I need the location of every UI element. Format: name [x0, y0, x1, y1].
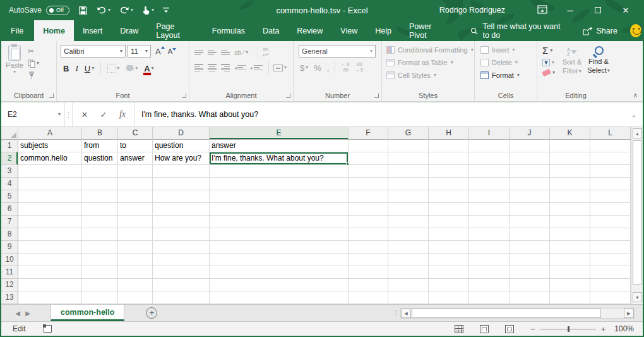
cell-I1[interactable] — [469, 140, 510, 152]
undo-dropdown-caret[interactable]: ▾ — [108, 8, 110, 13]
cell-K4[interactable] — [550, 178, 590, 190]
cell-D1[interactable]: question — [153, 140, 210, 152]
cell-L4[interactable] — [590, 178, 631, 190]
cell-I12[interactable] — [469, 279, 510, 291]
clipboard-dialog-launcher-icon[interactable] — [49, 94, 54, 98]
cell-C3[interactable] — [118, 165, 153, 178]
cell-A11[interactable] — [18, 266, 82, 279]
row-header-1[interactable]: 1 — [1, 140, 18, 152]
cell-H8[interactable] — [429, 228, 469, 241]
tab-draw[interactable]: Draw — [111, 20, 147, 41]
font-size-caret[interactable]: ▾ — [145, 49, 148, 54]
conditional-formatting-button[interactable]: Conditional Formatting ▾ — [382, 44, 474, 56]
delete-cells-caret[interactable]: ▾ — [515, 60, 518, 65]
cell-G10[interactable] — [388, 254, 429, 266]
cell-J13[interactable] — [510, 291, 550, 304]
decrease-decimal-button[interactable]: .00 →.0 — [355, 62, 363, 73]
cell-G4[interactable] — [388, 178, 429, 190]
number-format-caret[interactable]: ▾ — [370, 49, 373, 54]
touch-mouse-mode-button[interactable]: ▾ — [142, 6, 154, 15]
cell-E12[interactable] — [210, 279, 349, 291]
cell-B9[interactable] — [82, 241, 118, 254]
format-painter-button[interactable] — [28, 71, 39, 80]
zoom-level[interactable]: 100% — [614, 324, 634, 333]
underline-button[interactable]: U — [85, 64, 90, 73]
cell-J10[interactable] — [510, 254, 550, 266]
page-layout-view-button[interactable] — [480, 325, 489, 333]
borders-caret[interactable]: ▾ — [117, 66, 119, 71]
alignment-dialog-launcher-icon[interactable] — [286, 94, 290, 98]
orientation-caret[interactable]: ▾ — [246, 50, 248, 55]
cell-I5[interactable] — [469, 190, 510, 203]
fill-color-caret[interactable]: ▾ — [135, 66, 138, 71]
cell-B6[interactable] — [82, 203, 118, 216]
cancel-entry-button[interactable]: ✕ — [75, 110, 94, 119]
cell-L12[interactable] — [590, 279, 631, 291]
cell-C9[interactable] — [118, 241, 153, 254]
cell-D11[interactable] — [153, 266, 210, 279]
cell-J3[interactable] — [510, 165, 550, 178]
column-header-K[interactable]: K — [550, 127, 590, 140]
cell-H2[interactable] — [429, 152, 469, 165]
enter-entry-button[interactable]: ✓ — [94, 110, 113, 119]
cell-I7[interactable] — [469, 216, 510, 228]
cell-G6[interactable] — [388, 203, 429, 216]
align-left-button[interactable] — [194, 64, 203, 71]
cell-L7[interactable] — [590, 216, 631, 228]
cell-A9[interactable] — [18, 241, 82, 254]
cell-G3[interactable] — [388, 165, 429, 178]
percent-style-button[interactable]: % — [314, 63, 321, 73]
horizontal-scrollbar[interactable]: ◀ ▶ — [400, 308, 635, 319]
cell-B3[interactable] — [82, 165, 118, 178]
cell-K11[interactable] — [550, 266, 590, 279]
copy-dropdown-caret[interactable]: ▾ — [37, 61, 39, 66]
cell-G5[interactable] — [388, 190, 429, 203]
format-as-table-button[interactable]: Format as Table ▾ — [382, 56, 474, 69]
close-button[interactable]: ✕ — [616, 6, 635, 15]
zoom-out-button[interactable]: − — [530, 324, 535, 334]
cell-I9[interactable] — [469, 241, 510, 254]
cell-G7[interactable] — [388, 216, 429, 228]
tab-page-layout[interactable]: Page Layout — [147, 20, 203, 41]
cell-J6[interactable] — [510, 203, 550, 216]
increase-indent-button[interactable]: ▸ — [251, 65, 263, 71]
cell-J1[interactable] — [510, 140, 550, 152]
cell-G1[interactable] — [388, 140, 429, 152]
tab-review[interactable]: Review — [288, 20, 331, 41]
cell-B5[interactable] — [82, 190, 118, 203]
cell-L6[interactable] — [590, 203, 631, 216]
row-header-2[interactable]: 2 — [1, 152, 18, 165]
scroll-up-arrow[interactable]: ▲ — [633, 128, 642, 138]
cell-L3[interactable] — [590, 165, 631, 178]
cell-E10[interactable] — [210, 254, 349, 266]
tab-help[interactable]: Help — [366, 20, 400, 41]
italic-button[interactable]: I — [75, 63, 78, 73]
autosum-caret[interactable]: ▾ — [550, 48, 552, 53]
cell-C12[interactable] — [118, 279, 153, 291]
cell-I3[interactable] — [469, 165, 510, 178]
shrink-font-button[interactable]: A — [165, 47, 175, 55]
cell-G2[interactable] — [388, 152, 429, 165]
cell-I10[interactable] — [469, 254, 510, 266]
cell-I11[interactable] — [469, 266, 510, 279]
fill-button[interactable]: ▼▾ — [542, 59, 559, 66]
cell-H9[interactable] — [429, 241, 469, 254]
cell-F10[interactable] — [349, 254, 388, 266]
font-dialog-launcher-icon[interactable] — [182, 94, 186, 98]
merge-center-button[interactable]: ▾ — [273, 64, 287, 71]
insert-function-button[interactable]: fx — [113, 109, 132, 119]
cell-J8[interactable] — [510, 228, 550, 241]
row-header-8[interactable]: 8 — [1, 228, 18, 241]
cell-G13[interactable] — [388, 291, 429, 304]
cell-A4[interactable] — [18, 178, 82, 190]
cell-C13[interactable] — [118, 291, 153, 304]
cell-D10[interactable] — [153, 254, 210, 266]
format-cells-caret[interactable]: ▾ — [517, 73, 520, 78]
cell-D7[interactable] — [153, 216, 210, 228]
minimize-button[interactable]: ─ — [561, 6, 580, 15]
cell-K1[interactable] — [550, 140, 590, 152]
column-header-D[interactable]: D — [153, 127, 210, 140]
accounting-format-button[interactable]: $▾ — [300, 63, 308, 73]
insert-cells-caret[interactable]: ▾ — [513, 47, 515, 52]
tab-data[interactable]: Data — [254, 20, 288, 41]
